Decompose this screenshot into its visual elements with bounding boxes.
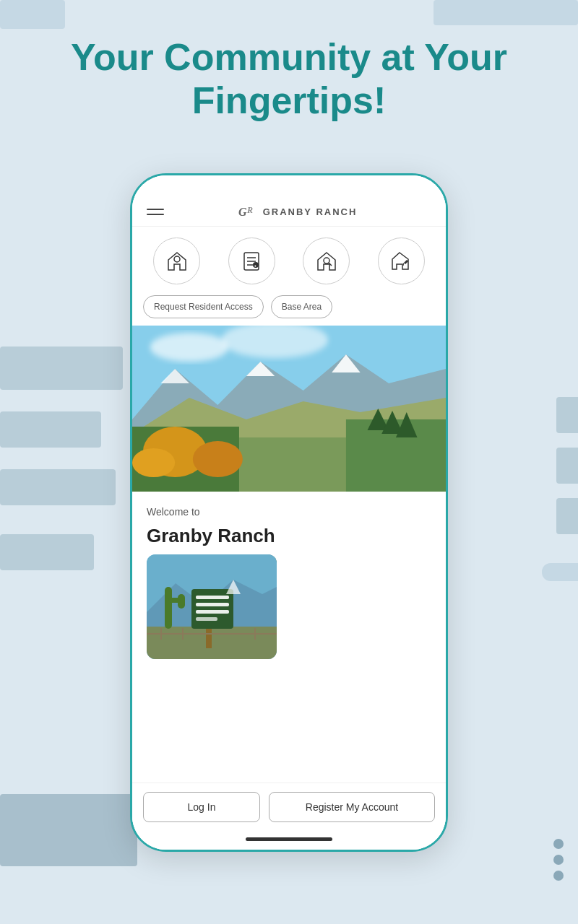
nav-resident-button[interactable] [153, 237, 200, 284]
nav-edit-home-button[interactable] [378, 237, 425, 284]
nav-resident-circle[interactable] [153, 237, 200, 284]
svg-point-22 [193, 441, 243, 477]
bg-decoration-top-right [434, 0, 578, 25]
nav-document-button[interactable]: + [228, 237, 275, 284]
bg-decoration-mid-left2 [0, 411, 101, 448]
svg-point-23 [132, 448, 175, 477]
nav-icons-row: + [132, 227, 446, 295]
nav-document-circle[interactable]: + [228, 237, 275, 284]
logo-name-text: GRANBY RANCH [263, 206, 358, 217]
hamburger-line-1 [147, 209, 164, 210]
svg-rect-40 [196, 617, 217, 621]
hero-image [132, 326, 446, 492]
svg-rect-37 [196, 596, 229, 599]
svg-rect-32 [165, 587, 172, 629]
phone-mockup: G R GRANBY RANCH [130, 173, 448, 852]
svg-rect-39 [196, 610, 229, 614]
login-button[interactable]: Log In [143, 792, 260, 822]
bg-decoration-pill-right [542, 563, 578, 581]
bg-decoration-top-left [0, 0, 65, 29]
welcome-subtitle: Welcome to [147, 506, 431, 518]
bg-decoration-dots [553, 839, 564, 881]
hamburger-line-2 [147, 214, 164, 215]
request-resident-access-button[interactable]: Request Resident Access [143, 295, 264, 318]
bg-decoration-small-right3 [556, 498, 578, 534]
bg-decoration-mid-left [0, 346, 123, 390]
register-button[interactable]: Register My Account [269, 792, 435, 822]
granby-ranch-image [147, 554, 277, 659]
svg-point-27 [150, 333, 229, 362]
app-logo: G R GRANBY RANCH [164, 204, 431, 219]
home-bar [246, 837, 332, 841]
welcome-card: Welcome to Granby Ranch [132, 492, 446, 783]
hamburger-menu-button[interactable] [147, 209, 164, 215]
bg-decoration-small-right2 [556, 448, 578, 484]
bg-dot-3 [553, 871, 564, 881]
svg-text:G: G [238, 206, 247, 218]
bg-dot-1 [553, 839, 564, 849]
nav-edit-home-circle[interactable] [378, 237, 425, 284]
svg-point-2 [174, 256, 180, 262]
status-bar [132, 175, 446, 197]
quick-actions-row: Request Resident Access Base Area [132, 295, 446, 326]
home-indicator [132, 828, 446, 850]
bg-decoration-mid-left4 [0, 534, 94, 570]
svg-rect-35 [206, 627, 212, 648]
logo-gr-text: G R [238, 204, 259, 219]
svg-text:R: R [246, 205, 253, 215]
svg-point-9 [324, 258, 329, 263]
svg-rect-36 [191, 589, 233, 629]
nav-search-home-button[interactable] [303, 237, 350, 284]
phone-screen: G R GRANBY RANCH [132, 175, 446, 850]
app-header: G R GRANBY RANCH [132, 197, 446, 227]
svg-rect-38 [196, 603, 229, 606]
bg-decoration-small-right1 [556, 397, 578, 433]
nav-search-home-circle[interactable] [303, 237, 350, 284]
page-title: Your Community at Your Fingertips! [0, 36, 578, 123]
bg-decoration-bottom-left [0, 794, 137, 866]
welcome-title: Granby Ranch [147, 525, 431, 547]
bg-dot-2 [553, 855, 564, 865]
bottom-buttons: Log In Register My Account [132, 783, 446, 828]
svg-text:+: + [254, 263, 257, 268]
svg-rect-34 [178, 594, 185, 609]
base-area-button[interactable]: Base Area [271, 295, 332, 318]
bg-decoration-mid-left3 [0, 469, 116, 505]
svg-line-11 [403, 263, 404, 266]
